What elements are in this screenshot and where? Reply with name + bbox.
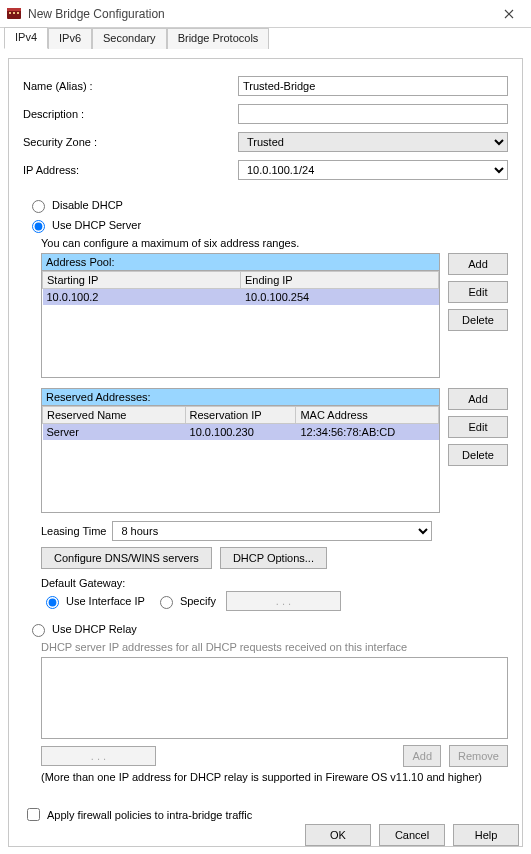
tab-ipv4[interactable]: IPv4 — [4, 27, 48, 49]
use-interface-ip-label: Use Interface IP — [66, 595, 145, 607]
ip-address-label: IP Address: — [23, 164, 238, 176]
relay-remove-button[interactable]: Remove — [449, 745, 508, 767]
description-label: Description : — [23, 108, 238, 120]
col-reserved-name[interactable]: Reserved Name — [43, 407, 186, 424]
reserved-add-button[interactable]: Add — [448, 388, 508, 410]
disable-dhcp-label: Disable DHCP — [52, 199, 123, 211]
reserved-edit-button[interactable]: Edit — [448, 416, 508, 438]
svg-rect-1 — [7, 8, 21, 11]
use-dhcp-relay-radio[interactable] — [32, 624, 45, 637]
tab-secondary[interactable]: Secondary — [92, 28, 167, 49]
relay-hint: DHCP server IP addresses for all DHCP re… — [41, 641, 508, 653]
name-input[interactable] — [238, 76, 508, 96]
pool-add-button[interactable]: Add — [448, 253, 508, 275]
configure-dns-button[interactable]: Configure DNS/WINS servers — [41, 547, 212, 569]
col-ending-ip[interactable]: Ending IP — [241, 272, 439, 289]
security-zone-select[interactable]: Trusted — [238, 132, 508, 152]
reserved-delete-button[interactable]: Delete — [448, 444, 508, 466]
ip-address-select[interactable]: 10.0.100.1/24 — [238, 160, 508, 180]
window-title: New Bridge Configuration — [28, 7, 493, 21]
security-zone-label: Security Zone : — [23, 136, 238, 148]
leasing-time-select[interactable]: 8 hours — [112, 521, 432, 541]
svg-rect-3 — [13, 12, 15, 14]
pool-delete-button[interactable]: Delete — [448, 309, 508, 331]
help-button[interactable]: Help — [453, 824, 519, 846]
relay-note: (More than one IP address for DHCP relay… — [41, 771, 508, 783]
specify-label: Specify — [180, 595, 216, 607]
reserved-header: Reserved Addresses: — [41, 388, 440, 405]
svg-rect-2 — [9, 12, 11, 14]
apply-firewall-checkbox[interactable] — [27, 808, 40, 821]
description-input[interactable] — [238, 104, 508, 124]
use-dhcp-server-label: Use DHCP Server — [52, 219, 141, 231]
leasing-time-label: Leasing Time — [41, 525, 106, 537]
use-dhcp-relay-label: Use DHCP Relay — [52, 623, 137, 635]
gateway-ip-input[interactable]: . . . — [226, 591, 341, 611]
reserved-row[interactable]: Server 10.0.100.230 12:34:56:78:AB:CD — [43, 424, 439, 441]
col-starting-ip[interactable]: Starting IP — [43, 272, 241, 289]
use-dhcp-server-radio[interactable] — [32, 220, 45, 233]
use-interface-ip-radio[interactable] — [46, 596, 59, 609]
default-gateway-label: Default Gateway: — [41, 577, 508, 589]
relay-add-button[interactable]: Add — [403, 745, 441, 767]
svg-rect-4 — [17, 12, 19, 14]
tab-bridge-protocols[interactable]: Bridge Protocols — [167, 28, 270, 49]
reserved-table: Reserved Name Reservation IP MAC Address… — [42, 406, 439, 440]
dhcp-hint: You can configure a maximum of six addre… — [41, 237, 508, 249]
close-button[interactable] — [493, 3, 525, 25]
pool-edit-button[interactable]: Edit — [448, 281, 508, 303]
specify-radio[interactable] — [160, 596, 173, 609]
app-icon — [6, 6, 22, 22]
cancel-button[interactable]: Cancel — [379, 824, 445, 846]
address-pool-table: Starting IP Ending IP 10.0.100.2 10.0.10… — [42, 271, 439, 305]
col-reservation-ip[interactable]: Reservation IP — [185, 407, 296, 424]
disable-dhcp-radio[interactable] — [32, 200, 45, 213]
address-pool-row[interactable]: 10.0.100.2 10.0.100.254 — [43, 289, 439, 306]
address-pool-header: Address Pool: — [41, 253, 440, 270]
apply-firewall-label: Apply firewall policies to intra-bridge … — [47, 809, 252, 821]
relay-ip-input[interactable]: . . . — [41, 746, 156, 766]
dhcp-options-button[interactable]: DHCP Options... — [220, 547, 327, 569]
svg-rect-0 — [7, 10, 21, 19]
col-mac-address[interactable]: MAC Address — [296, 407, 439, 424]
relay-listbox[interactable] — [41, 657, 508, 739]
tab-ipv6[interactable]: IPv6 — [48, 28, 92, 49]
ok-button[interactable]: OK — [305, 824, 371, 846]
name-label: Name (Alias) : — [23, 80, 238, 92]
